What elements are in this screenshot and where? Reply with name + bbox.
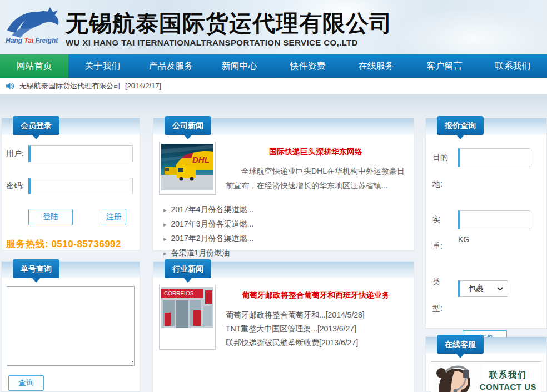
company-news-item[interactable]: 2017年4月份各渠道燃... <box>163 203 414 217</box>
logo-word-hang: Hang <box>6 37 22 44</box>
company-news-featured: DHL 国际快递巨头深耕华东网络 全球航空快递业巨头DHL在华机构中外运敦豪日前… <box>153 135 414 195</box>
nav-item-about[interactable]: 关于我们 <box>68 54 137 78</box>
company-news-tab: 公司新闻 <box>165 116 211 135</box>
weight-row: 实 重: KG <box>426 205 546 259</box>
nav-item-online-service[interactable]: 在线服务 <box>342 54 410 78</box>
company-title: 无锡航泰国际货运代理有限公司 <box>66 10 392 37</box>
header: Hang Tai Freight 无锡航泰国际货运代理有限公司 WU XI HA… <box>0 0 547 54</box>
company-news-list: 2017年4月份各渠道燃... 2017年3月份各渠道燃... 2017年2月份… <box>163 203 414 260</box>
industry-news-panel: 行业新闻 CORREIOS <box>153 261 414 392</box>
online-service-tab: 在线客服 <box>437 335 484 354</box>
chevron-down-icon <box>497 287 503 291</box>
middle-column: 公司新闻 <box>153 118 414 392</box>
service-hotline: 服务热线: 0510-85736992 <box>6 238 140 250</box>
nav-item-contact[interactable]: 联系我们 <box>479 54 547 78</box>
left-column: 会员登录 用户: 密码: 登陆 注册 服务热线: 0510-85736992 <box>1 118 140 392</box>
right-column: 报价查询 目的 地: 实 重: KG 类 型: <box>425 118 547 391</box>
destination-label: 目的 地: <box>432 143 452 197</box>
industry-news-item[interactable]: 葡萄牙邮政将整合葡萄牙和...[2014/5/28] <box>226 308 406 322</box>
industry-news-featured-text: 葡萄牙邮政将整合葡萄牙和西班牙快递业务 葡萄牙邮政将整合葡萄牙和...[2014… <box>216 285 408 350</box>
login-button[interactable]: 登陆 <box>28 209 73 225</box>
contact-us-banner[interactable]: 联系我们 CONTACT US <box>431 361 541 392</box>
username-row: 用户: <box>2 145 140 162</box>
hotline-label: 服务热线: <box>6 239 48 249</box>
nav-item-rates[interactable]: 快件资费 <box>274 54 342 78</box>
destination-row: 目的 地: <box>426 143 546 197</box>
nav-item-home[interactable]: 网站首页 <box>0 54 68 78</box>
company-news-featured-title[interactable]: 国际快递巨头深耕华东网络 <box>226 147 406 157</box>
password-row: 密码: <box>2 178 140 194</box>
company-subtitle: WU XI HANG TAI ITERNATIONALTRANSPORTATIO… <box>66 38 392 47</box>
correios-news-thumbnail[interactable]: CORREIOS <box>159 285 216 350</box>
type-label: 类 型: <box>432 267 452 321</box>
company-news-header: 公司新闻 <box>153 118 414 135</box>
password-input[interactable] <box>28 178 133 194</box>
contact-us-en: CONTACT US <box>480 382 536 391</box>
quote-query-panel: 报价查询 目的 地: 实 重: KG 类 型: <box>425 118 547 329</box>
announcement-text: 无锡航泰国际货运代理有限公司 <box>19 81 121 91</box>
type-row: 类 型: 包裹 <box>426 267 546 321</box>
package-type-select[interactable]: 包裹 <box>458 280 508 297</box>
member-login-header: 会员登录 <box>2 118 140 135</box>
industry-news-item[interactable]: 联邦快递撕破民航垄断收费[2013/6/27] <box>226 336 406 350</box>
company-logo: Hang Tai Freight <box>0 0 66 54</box>
svg-text:CORREIOS: CORREIOS <box>164 290 194 296</box>
company-news-item[interactable]: 2017年2月份各渠道燃... <box>163 232 414 246</box>
dhl-plane-image: DHL <box>161 144 213 190</box>
company-news-item[interactable]: 各渠道1月份燃油 <box>163 246 414 260</box>
speaker-icon <box>6 82 14 90</box>
weight-input[interactable] <box>458 210 530 229</box>
tracking-tab: 单号查询 <box>13 259 59 278</box>
hotline-number: 0510-85736992 <box>51 239 121 249</box>
company-news-featured-text: 国际快递巨头深耕华东网络 全球航空快递业巨头DHL在华机构中外运敦豪日前宣布，在… <box>216 142 408 195</box>
content-area: 会员登录 用户: 密码: 登陆 注册 服务热线: 0510-85736992 <box>0 94 547 391</box>
contact-us-cn: 联系我们 <box>480 370 536 380</box>
package-type-value: 包裹 <box>468 284 484 294</box>
horse-logo-icon <box>4 6 62 39</box>
contact-us-text: 联系我们 CONTACT US <box>480 370 536 391</box>
logo-words: Hang Tai Freight <box>6 37 66 44</box>
industry-news-header: 行业新闻 <box>153 262 414 278</box>
login-buttons: 登陆 注册 <box>2 209 140 225</box>
weight-unit-label: KG <box>458 235 530 244</box>
header-titles: 无锡航泰国际货运代理有限公司 WU XI HANG TAI ITERNATION… <box>66 8 392 47</box>
industry-news-tab: 行业新闻 <box>165 259 211 278</box>
company-news-featured-excerpt: 全球航空快递业巨头DHL在华机构中外运敦豪日前宣布，在经济快速增长的华东地区江苏… <box>226 164 406 193</box>
tracking-query-button[interactable]: 查询 <box>8 375 44 391</box>
industry-news-featured: CORREIOS 葡萄牙邮政将整合葡萄牙和西班牙快递业务 <box>153 278 414 350</box>
dhl-news-thumbnail[interactable]: DHL <box>159 142 216 195</box>
industry-news-item[interactable]: TNT重整大中国区管理架...[2013/6/27] <box>226 322 406 336</box>
industry-news-featured-title[interactable]: 葡萄牙邮政将整合葡萄牙和西班牙快递业务 <box>226 290 406 300</box>
svg-text:DHL: DHL <box>192 155 210 164</box>
customer-service-agent-image <box>432 363 483 392</box>
main-nav: 网站首页 关于我们 产品及服务 新闻中心 快件资费 在线服务 客户留言 联系我们 <box>0 54 547 78</box>
company-news-item[interactable]: 2017年3月份各渠道燃... <box>163 217 414 232</box>
register-button[interactable]: 注册 <box>102 209 126 225</box>
nav-item-news[interactable]: 新闻中心 <box>205 54 274 78</box>
quote-query-tab: 报价查询 <box>437 116 484 135</box>
announcement-bar: 无锡航泰国际货运代理有限公司 [2014/2/17] <box>0 78 547 94</box>
tracking-panel: 单号查询 查询 <box>1 261 140 392</box>
tracking-header: 单号查询 <box>2 262 140 278</box>
password-label: 密码: <box>6 181 28 191</box>
member-login-panel: 会员登录 用户: 密码: 登陆 注册 服务热线: 0510-85736992 <box>1 118 140 250</box>
industry-news-list: 葡萄牙邮政将整合葡萄牙和...[2014/5/28] TNT重整大中国区管理架.… <box>226 308 406 350</box>
correios-storefront-image: CORREIOS <box>161 287 213 328</box>
page: Hang Tai Freight 无锡航泰国际货运代理有限公司 WU XI HA… <box>0 0 547 392</box>
quote-query-header: 报价查询 <box>426 118 546 135</box>
logo-word-tai: Tai <box>24 37 33 44</box>
online-service-panel: 在线客服 联系我们 <box>425 336 547 391</box>
weight-label: 实 重: <box>432 205 452 259</box>
announcement-date: [2014/2/17] <box>125 82 161 90</box>
company-news-panel: 公司新闻 <box>153 118 414 251</box>
username-label: 用户: <box>6 149 28 159</box>
online-service-header: 在线客服 <box>426 337 546 354</box>
destination-input[interactable] <box>458 148 530 167</box>
nav-item-products[interactable]: 产品及服务 <box>137 54 205 78</box>
tracking-numbers-textarea[interactable] <box>7 286 135 366</box>
username-input[interactable] <box>28 145 133 162</box>
logo-word-freight: Freight <box>36 37 58 44</box>
member-login-tab: 会员登录 <box>13 116 59 135</box>
nav-item-guestbook[interactable]: 客户留言 <box>410 54 479 78</box>
